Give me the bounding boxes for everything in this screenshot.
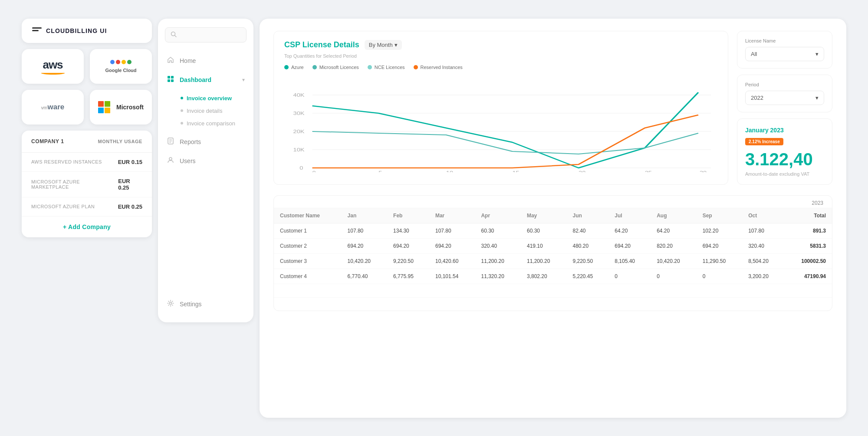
col-customer: Customer Name [274,208,342,223]
stats-month: January 2023 [745,127,824,134]
logo-text: CLOUDBILLING UI [46,27,107,34]
customer-4-total: 47190.94 [784,269,832,284]
customer-4-aug: 0 [651,269,697,284]
settings-icon [167,300,174,308]
provider-card-vmware[interactable]: vmware [22,90,84,125]
svg-text:30K: 30K [293,111,305,116]
nav-item-home[interactable]: Home [158,51,253,70]
nav-search-bar[interactable] [165,27,247,43]
license-chevron-icon: ▾ [815,51,819,57]
nav-item-dashboard[interactable]: Dashboard ▾ [158,70,253,89]
nav-item-reports[interactable]: Reports [158,132,253,151]
ms-logo-grid [98,101,110,113]
customer-3-name: Customer 3 [274,253,342,269]
table-empty-row-1 [274,284,832,297]
col-jul: Jul [608,208,651,223]
company-card: COMPANY 1 MONTHLY USAGE AWS RESERVED INS… [22,131,152,237]
legend-label-nce: NCE Licences [375,65,405,70]
microsoft-text: Microsoft [116,104,144,111]
stats-value: 3.122,40 [745,150,824,169]
legend-ms-licences: Microsoft Licences [312,65,359,70]
company-row-0: AWS RESERVED INSTANCES EUR 0.15 [22,153,152,172]
customer-2-apr: 320.40 [475,238,521,253]
chart-main-card: CSP License Details By Month ▾ Top Quant… [273,31,728,185]
customer-1-may: 60.30 [521,223,567,238]
logo-icon [32,27,42,34]
svg-text:5: 5 [378,170,382,172]
customer-2-total: 5831.3 [784,238,832,253]
provider-card-aws[interactable]: aws [22,49,84,84]
nav-dashboard-label: Dashboard [180,76,211,83]
license-filter-card: License Name All ▾ [737,31,832,69]
home-icon [167,56,174,65]
nav-bottom: Settings [158,295,253,314]
add-company-button[interactable]: + Add Company [22,216,152,237]
svg-line-1 [175,35,177,37]
svg-rect-4 [168,79,170,82]
col-apr: Apr [475,208,521,223]
col-may: May [521,208,567,223]
company-row-name-2: MICROSOFT AZURE PLAN [31,204,95,209]
legend-label-azure: Azure [291,65,304,70]
customer-3-sep: 11,290.50 [697,253,743,269]
customer-1-apr: 60.30 [475,223,521,238]
customer-2-aug: 820.20 [651,238,697,253]
monthly-label: MONTHLY USAGE [98,139,143,144]
license-filter-label: License Name [745,38,824,43]
customer-3-oct: 8,504.20 [742,253,784,269]
left-panel: CLOUDBILLING UI aws [22,19,152,422]
nav-settings-label: Settings [180,301,202,308]
period-dropdown[interactable]: By Month ▾ [365,40,402,50]
col-total: Total [784,208,832,223]
nav-sub-invoice-comparison[interactable]: Invoice comparison [181,117,253,130]
col-aug: Aug [651,208,697,223]
license-filter-select[interactable]: All ▾ [745,47,824,61]
customer-1-oct: 107.80 [742,223,784,238]
sub-dot-details [181,109,183,112]
logo-card: CLOUDBILLING UI [22,19,152,43]
customer-3-jul: 8,105.40 [608,253,651,269]
customer-1-total: 891.3 [784,223,832,238]
legend-dot-ms [312,65,317,69]
customer-1-jul: 64.20 [608,223,651,238]
customer-4-may: 3,802.20 [521,269,567,284]
customer-4-sep: 0 [697,269,743,284]
legend-azure: Azure [284,65,304,70]
nav-sub-invoice-details[interactable]: Invoice details [181,105,253,117]
customer-2-jun: 480.20 [566,238,608,253]
customer-3-total: 100002.50 [784,253,832,269]
customer-1-jun: 82.40 [566,223,608,238]
users-icon [167,157,174,165]
col-mar: Mar [429,208,475,223]
legend-nce: NCE Licences [368,65,405,70]
table-row: Customer 1 107.80 134.30 107.80 60.30 60… [274,223,832,238]
customer-4-jan: 6,770.40 [342,269,388,284]
svg-point-11 [170,302,172,304]
svg-text:40K: 40K [293,93,305,98]
svg-rect-5 [171,79,174,82]
company-name: COMPANY 1 [31,138,64,144]
chart-legend: Azure Microsoft Licences NCE Licences Re… [284,65,717,70]
provider-card-microsoft[interactable]: Microsoft [90,90,152,125]
provider-card-google[interactable]: Google Cloud [90,49,152,84]
customer-3-aug: 10,420.20 [651,253,697,269]
company-row-2: MICROSOFT AZURE PLAN EUR 0.25 [22,197,152,216]
customer-1-feb: 134.30 [387,223,429,238]
nav-sub-invoice-overview[interactable]: Invoice overview [181,92,253,105]
nav-users-label: Users [180,157,196,164]
nav-item-settings[interactable]: Settings [158,295,253,314]
provider-grid: aws Google Cloud vmware [22,49,152,125]
period-filter-select[interactable]: 2022 ▾ [745,91,824,105]
chart-section: CSP License Details By Month ▾ Top Quant… [273,31,832,185]
svg-text:30: 30 [700,170,707,172]
nav-sub-items: Invoice overview Invoice details Invoice… [158,89,253,132]
invoice-table: Customer Name Jan Feb Mar Apr May Jun Ju… [274,208,832,311]
customer-4-jul: 0 [608,269,651,284]
customer-2-oct: 320.40 [742,238,784,253]
search-icon [171,31,177,39]
svg-rect-2 [168,76,170,79]
col-jan: Jan [342,208,388,223]
customer-4-feb: 6,775.95 [387,269,429,284]
nav-item-users[interactable]: Users [158,151,253,170]
aws-logo-text: aws [43,58,62,72]
